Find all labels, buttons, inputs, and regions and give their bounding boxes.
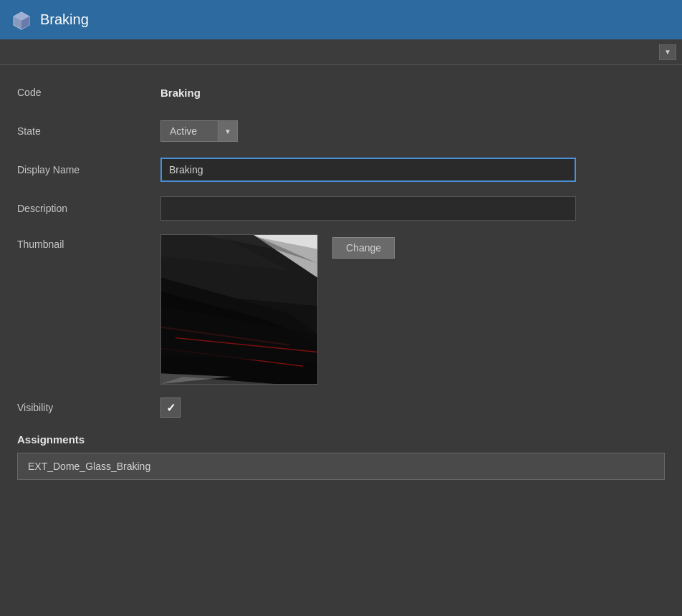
- code-value: Braking: [160, 87, 201, 99]
- toolbar: ▼: [0, 39, 682, 65]
- cube-icon: [11, 10, 32, 30]
- assignments-header: Assignments: [17, 433, 665, 446]
- state-dropdown-arrow-button[interactable]: ▼: [218, 120, 238, 142]
- state-dropdown[interactable]: Active ▼: [160, 120, 238, 142]
- display-name-row: Display Name: [17, 157, 665, 183]
- state-row: State Active ▼: [17, 118, 665, 144]
- chevron-down-icon: ▼: [224, 127, 231, 135]
- visibility-checkbox[interactable]: ✓: [160, 398, 181, 418]
- thumbnail-section: Thumbnail: [17, 234, 665, 385]
- display-name-input[interactable]: [160, 158, 576, 182]
- thumbnail-container: Change: [160, 234, 395, 385]
- toolbar-dropdown-button[interactable]: ▼: [659, 44, 676, 60]
- thumbnail-label: Thumbnail: [17, 234, 160, 250]
- thumbnail-image: [160, 234, 318, 385]
- change-thumbnail-button[interactable]: Change: [332, 237, 395, 259]
- visibility-label: Visibility: [17, 402, 160, 413]
- title-bar: Braking: [0, 0, 682, 39]
- checkmark-icon: ✓: [166, 401, 176, 415]
- assignment-item[interactable]: EXT_Dome_Glass_Braking: [17, 453, 665, 480]
- window-title: Braking: [40, 11, 89, 28]
- display-name-label: Display Name: [17, 164, 160, 175]
- state-selected-value[interactable]: Active: [160, 120, 218, 142]
- state-label: State: [17, 125, 160, 137]
- description-row: Description: [17, 196, 665, 221]
- assignments-section: Assignments EXT_Dome_Glass_Braking: [17, 433, 665, 480]
- visibility-row: Visibility ✓: [17, 398, 665, 418]
- code-label: Code: [17, 87, 160, 98]
- code-row: Code Braking: [17, 80, 665, 105]
- description-input[interactable]: [160, 196, 576, 221]
- content-area: Code Braking State Active ▼ Display Name…: [0, 65, 682, 494]
- chevron-down-icon: ▼: [664, 48, 671, 56]
- description-label: Description: [17, 203, 160, 214]
- thumbnail-canvas: [161, 235, 317, 384]
